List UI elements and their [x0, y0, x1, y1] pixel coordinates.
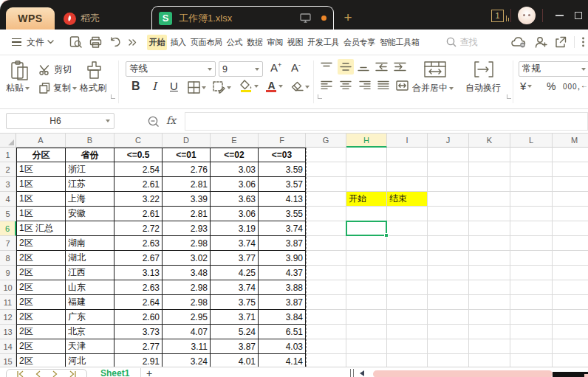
cell-B6[interactable]: [66, 221, 114, 236]
row-header-12[interactable]: 12: [0, 310, 16, 325]
font-size-select[interactable]: 9: [219, 61, 263, 77]
cell-H1[interactable]: [346, 148, 387, 162]
wrap-text-button[interactable]: 自动换行: [465, 82, 501, 94]
cell-C4[interactable]: 3.22: [114, 192, 163, 207]
last-sheet-button[interactable]: [69, 370, 77, 377]
cell-K5[interactable]: [469, 207, 510, 221]
cell-D13[interactable]: 4.07: [163, 325, 211, 339]
cell-F15[interactable]: 4.14: [259, 354, 306, 367]
row-header-10[interactable]: 10: [0, 280, 16, 295]
menu-tab-公式[interactable]: 公式: [225, 35, 244, 50]
cell-J14[interactable]: [428, 339, 469, 354]
cell-A4[interactable]: 1区: [16, 192, 66, 207]
cell-G7[interactable]: [306, 236, 346, 251]
wps-home-tab[interactable]: WPS: [6, 7, 55, 30]
cell-I12[interactable]: [387, 310, 428, 325]
row-header-8[interactable]: 8: [0, 251, 16, 266]
italic-button[interactable]: I: [152, 80, 157, 93]
cell-K11[interactable]: [469, 295, 510, 310]
cell-B5[interactable]: 安徽: [66, 207, 114, 221]
paste-icon[interactable]: [10, 60, 30, 81]
print-preview-icon[interactable]: [69, 36, 82, 48]
cell-K8[interactable]: [469, 251, 510, 266]
cell-H3[interactable]: [346, 177, 387, 192]
insert-function-button[interactable]: fx: [166, 114, 176, 126]
next-sheet-button[interactable]: [52, 370, 58, 377]
row-header-11[interactable]: 11: [0, 295, 16, 310]
decrease-indent-button[interactable]: [375, 62, 388, 72]
cell-F8[interactable]: 3.90: [259, 251, 306, 266]
align-top-button[interactable]: [321, 62, 332, 72]
cell-K4[interactable]: [469, 192, 510, 207]
column-header-G[interactable]: G: [306, 134, 346, 148]
number-format-select[interactable]: 常规: [519, 61, 588, 77]
cell-L1[interactable]: [510, 148, 553, 162]
prev-sheet-button[interactable]: [35, 370, 41, 377]
column-header-B[interactable]: B: [66, 134, 114, 148]
cell-M13[interactable]: [553, 325, 588, 339]
maximize-button[interactable]: [569, 6, 588, 25]
cell-I11[interactable]: [387, 295, 428, 310]
undo-icon[interactable]: [109, 37, 122, 48]
cell-G15[interactable]: [306, 354, 346, 367]
cell-D3[interactable]: 2.81: [163, 177, 211, 192]
more-quick-actions-icon[interactable]: [129, 39, 137, 46]
cell-F1[interactable]: <=03: [259, 148, 306, 162]
increase-font-size-button[interactable]: A+: [270, 61, 281, 74]
cell-G8[interactable]: [306, 251, 346, 266]
menu-tab-审阅[interactable]: 审阅: [265, 35, 284, 50]
cell-F10[interactable]: 3.88: [259, 280, 306, 295]
cell-C11[interactable]: 2.64: [114, 295, 163, 310]
menu-tab-视图[interactable]: 视图: [286, 35, 304, 50]
more-menu-icon[interactable]: [582, 37, 584, 47]
wrap-text-icon[interactable]: [474, 60, 494, 78]
cell-C8[interactable]: 2.67: [114, 251, 163, 266]
cell-M6[interactable]: [553, 221, 588, 236]
document-tab[interactable]: S 工作簿1.xlsx: [151, 6, 334, 30]
user-avatar[interactable]: [518, 7, 536, 24]
print-icon[interactable]: [89, 36, 102, 48]
cell-K6[interactable]: [469, 221, 510, 236]
cell-H12[interactable]: [346, 310, 387, 325]
cell-I1[interactable]: [387, 148, 428, 162]
cell-K9[interactable]: [469, 266, 510, 280]
cell-G13[interactable]: [306, 325, 346, 339]
cell-C5[interactable]: 2.61: [114, 207, 163, 221]
merge-center-icon[interactable]: [423, 60, 447, 78]
column-header-L[interactable]: L: [510, 134, 553, 148]
cell-G9[interactable]: [306, 266, 346, 280]
cell-D7[interactable]: 2.98: [163, 236, 211, 251]
cell-A6[interactable]: 1区 汇总: [16, 221, 66, 236]
cell-J15[interactable]: [428, 354, 469, 367]
cell-G14[interactable]: [306, 339, 346, 354]
cell-A15[interactable]: 2区: [16, 354, 66, 367]
new-document-tab-button[interactable]: +: [340, 9, 356, 27]
borders-button[interactable]: [188, 81, 206, 94]
cell-I7[interactable]: [387, 236, 428, 251]
fill-color-button[interactable]: [239, 80, 259, 93]
share-export-icon[interactable]: [555, 36, 567, 48]
cell-K10[interactable]: [469, 280, 510, 295]
percent-format-button[interactable]: %: [547, 80, 555, 92]
cell-G4[interactable]: [306, 192, 346, 207]
hamburger-menu-icon[interactable]: [12, 38, 21, 46]
cell-B10[interactable]: 山东: [66, 280, 114, 295]
cell-L11[interactable]: [510, 295, 553, 310]
align-bottom-button[interactable]: [358, 62, 369, 72]
cell-I10[interactable]: [387, 280, 428, 295]
cell-C6[interactable]: 2.72: [114, 221, 163, 236]
cell-B1[interactable]: 省份: [66, 148, 114, 162]
cell-E13[interactable]: 5.24: [211, 325, 259, 339]
cell-C9[interactable]: 3.13: [114, 266, 163, 280]
cell-K3[interactable]: [469, 177, 510, 192]
menu-tab-开始[interactable]: 开始: [147, 35, 167, 50]
cell-L15[interactable]: [510, 354, 553, 367]
format-painter-button[interactable]: 格式刷: [80, 82, 106, 94]
cell-D14[interactable]: 3.11: [163, 339, 211, 354]
menu-tab-智能工具箱[interactable]: 智能工具箱: [378, 35, 421, 50]
cell-J3[interactable]: [428, 177, 469, 192]
cell-A14[interactable]: 2区: [16, 339, 66, 354]
tab-scroll-splitter[interactable]: [350, 369, 354, 377]
menu-tab-页面布局[interactable]: 页面布局: [189, 35, 224, 50]
cell-K13[interactable]: [469, 325, 510, 339]
